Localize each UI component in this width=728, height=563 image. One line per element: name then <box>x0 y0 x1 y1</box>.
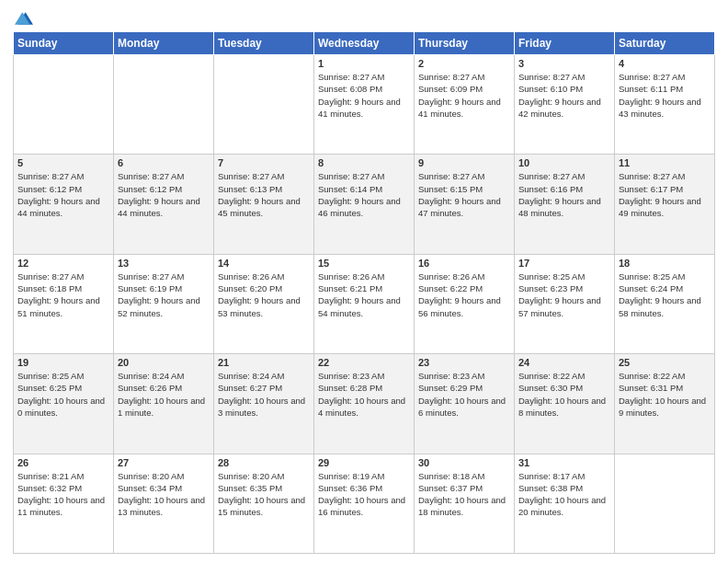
day-cell: 17Sunrise: 8:25 AM Sunset: 6:23 PM Dayli… <box>515 254 615 353</box>
day-info: Sunrise: 8:24 AM Sunset: 6:26 PM Dayligh… <box>118 370 210 419</box>
day-cell: 9Sunrise: 8:27 AM Sunset: 6:15 PM Daylig… <box>415 155 515 254</box>
calendar-header-row: SundayMondayTuesdayWednesdayThursdayFrid… <box>14 32 715 55</box>
day-cell: 8Sunrise: 8:27 AM Sunset: 6:14 PM Daylig… <box>314 155 415 254</box>
day-info: Sunrise: 8:27 AM Sunset: 6:17 PM Dayligh… <box>619 170 711 219</box>
day-info: Sunrise: 8:20 AM Sunset: 6:35 PM Dayligh… <box>218 470 310 519</box>
day-info: Sunrise: 8:26 AM Sunset: 6:22 PM Dayligh… <box>418 270 510 319</box>
day-cell: 30Sunrise: 8:18 AM Sunset: 6:37 PM Dayli… <box>415 454 515 553</box>
day-info: Sunrise: 8:23 AM Sunset: 6:28 PM Dayligh… <box>318 370 410 419</box>
day-number: 31 <box>518 457 610 468</box>
day-cell: 12Sunrise: 8:27 AM Sunset: 6:18 PM Dayli… <box>14 254 114 353</box>
day-number: 11 <box>619 157 711 168</box>
day-info: Sunrise: 8:27 AM Sunset: 6:09 PM Dayligh… <box>418 71 510 120</box>
logo-icon <box>15 9 33 28</box>
day-cell <box>114 55 214 155</box>
day-cell: 24Sunrise: 8:22 AM Sunset: 6:30 PM Dayli… <box>515 354 615 454</box>
day-number: 3 <box>518 58 610 69</box>
col-header-sunday: Sunday <box>14 32 114 55</box>
header <box>13 9 715 26</box>
logo <box>13 9 33 26</box>
day-cell: 10Sunrise: 8:27 AM Sunset: 6:16 PM Dayli… <box>515 155 615 254</box>
day-info: Sunrise: 8:26 AM Sunset: 6:20 PM Dayligh… <box>218 270 310 319</box>
day-cell: 19Sunrise: 8:25 AM Sunset: 6:25 PM Dayli… <box>14 354 114 454</box>
day-info: Sunrise: 8:18 AM Sunset: 6:37 PM Dayligh… <box>418 470 510 519</box>
day-number: 21 <box>218 357 310 368</box>
day-number: 24 <box>518 357 610 368</box>
day-number: 26 <box>17 457 109 468</box>
day-cell: 5Sunrise: 8:27 AM Sunset: 6:12 PM Daylig… <box>14 155 114 254</box>
day-info: Sunrise: 8:27 AM Sunset: 6:15 PM Dayligh… <box>418 170 510 219</box>
day-info: Sunrise: 8:25 AM Sunset: 6:24 PM Dayligh… <box>619 270 711 319</box>
day-info: Sunrise: 8:27 AM Sunset: 6:11 PM Dayligh… <box>619 71 711 120</box>
day-cell: 15Sunrise: 8:26 AM Sunset: 6:21 PM Dayli… <box>314 254 415 353</box>
day-number: 4 <box>619 58 711 69</box>
day-cell: 22Sunrise: 8:23 AM Sunset: 6:28 PM Dayli… <box>314 354 415 454</box>
day-number: 14 <box>218 258 310 269</box>
page: SundayMondayTuesdayWednesdayThursdayFrid… <box>0 0 728 563</box>
day-cell: 26Sunrise: 8:21 AM Sunset: 6:32 PM Dayli… <box>14 454 114 553</box>
day-cell <box>615 454 715 553</box>
col-header-saturday: Saturday <box>615 32 715 55</box>
day-cell: 23Sunrise: 8:23 AM Sunset: 6:29 PM Dayli… <box>415 354 515 454</box>
day-cell: 25Sunrise: 8:22 AM Sunset: 6:31 PM Dayli… <box>615 354 715 454</box>
day-number: 13 <box>118 258 210 269</box>
day-info: Sunrise: 8:27 AM Sunset: 6:16 PM Dayligh… <box>518 170 610 219</box>
day-info: Sunrise: 8:27 AM Sunset: 6:19 PM Dayligh… <box>118 270 210 319</box>
day-cell: 2Sunrise: 8:27 AM Sunset: 6:09 PM Daylig… <box>415 55 515 155</box>
day-cell: 13Sunrise: 8:27 AM Sunset: 6:19 PM Dayli… <box>114 254 214 353</box>
week-row-4: 19Sunrise: 8:25 AM Sunset: 6:25 PM Dayli… <box>14 354 715 454</box>
day-cell: 6Sunrise: 8:27 AM Sunset: 6:12 PM Daylig… <box>114 155 214 254</box>
col-header-wednesday: Wednesday <box>314 32 415 55</box>
day-number: 5 <box>17 157 109 168</box>
day-number: 7 <box>218 157 310 168</box>
day-number: 25 <box>619 357 711 368</box>
day-info: Sunrise: 8:27 AM Sunset: 6:18 PM Dayligh… <box>17 270 109 319</box>
day-cell: 21Sunrise: 8:24 AM Sunset: 6:27 PM Dayli… <box>214 354 314 454</box>
day-cell: 29Sunrise: 8:19 AM Sunset: 6:36 PM Dayli… <box>314 454 415 553</box>
week-row-3: 12Sunrise: 8:27 AM Sunset: 6:18 PM Dayli… <box>14 254 715 353</box>
day-cell: 4Sunrise: 8:27 AM Sunset: 6:11 PM Daylig… <box>615 55 715 155</box>
day-info: Sunrise: 8:27 AM Sunset: 6:13 PM Dayligh… <box>218 170 310 219</box>
day-cell: 7Sunrise: 8:27 AM Sunset: 6:13 PM Daylig… <box>214 155 314 254</box>
day-cell: 14Sunrise: 8:26 AM Sunset: 6:20 PM Dayli… <box>214 254 314 353</box>
day-number: 28 <box>218 457 310 468</box>
day-number: 22 <box>318 357 410 368</box>
day-info: Sunrise: 8:27 AM Sunset: 6:10 PM Dayligh… <box>518 71 610 120</box>
day-info: Sunrise: 8:25 AM Sunset: 6:23 PM Dayligh… <box>518 270 610 319</box>
day-number: 1 <box>318 58 410 69</box>
day-cell: 28Sunrise: 8:20 AM Sunset: 6:35 PM Dayli… <box>214 454 314 553</box>
day-cell <box>14 55 114 155</box>
day-cell <box>214 55 314 155</box>
day-cell: 3Sunrise: 8:27 AM Sunset: 6:10 PM Daylig… <box>515 55 615 155</box>
day-info: Sunrise: 8:22 AM Sunset: 6:31 PM Dayligh… <box>619 370 711 419</box>
col-header-friday: Friday <box>515 32 615 55</box>
day-number: 6 <box>118 157 210 168</box>
day-number: 8 <box>318 157 410 168</box>
day-number: 20 <box>118 357 210 368</box>
col-header-monday: Monday <box>114 32 214 55</box>
week-row-1: 1Sunrise: 8:27 AM Sunset: 6:08 PM Daylig… <box>14 55 715 155</box>
day-info: Sunrise: 8:26 AM Sunset: 6:21 PM Dayligh… <box>318 270 410 319</box>
day-number: 9 <box>418 157 510 168</box>
day-cell: 16Sunrise: 8:26 AM Sunset: 6:22 PM Dayli… <box>415 254 515 353</box>
day-info: Sunrise: 8:27 AM Sunset: 6:14 PM Dayligh… <box>318 170 410 219</box>
day-info: Sunrise: 8:17 AM Sunset: 6:38 PM Dayligh… <box>518 470 610 519</box>
day-number: 19 <box>17 357 109 368</box>
day-cell: 18Sunrise: 8:25 AM Sunset: 6:24 PM Dayli… <box>615 254 715 353</box>
day-number: 15 <box>318 258 410 269</box>
day-number: 12 <box>17 258 109 269</box>
calendar-table: SundayMondayTuesdayWednesdayThursdayFrid… <box>13 31 715 554</box>
day-cell: 1Sunrise: 8:27 AM Sunset: 6:08 PM Daylig… <box>314 55 415 155</box>
day-number: 18 <box>619 258 711 269</box>
day-cell: 31Sunrise: 8:17 AM Sunset: 6:38 PM Dayli… <box>515 454 615 553</box>
day-info: Sunrise: 8:20 AM Sunset: 6:34 PM Dayligh… <box>118 470 210 519</box>
col-header-tuesday: Tuesday <box>214 32 314 55</box>
col-header-thursday: Thursday <box>415 32 515 55</box>
day-info: Sunrise: 8:23 AM Sunset: 6:29 PM Dayligh… <box>418 370 510 419</box>
day-info: Sunrise: 8:24 AM Sunset: 6:27 PM Dayligh… <box>218 370 310 419</box>
day-number: 27 <box>118 457 210 468</box>
day-number: 23 <box>418 357 510 368</box>
week-row-2: 5Sunrise: 8:27 AM Sunset: 6:12 PM Daylig… <box>14 155 715 254</box>
day-number: 17 <box>518 258 610 269</box>
day-info: Sunrise: 8:27 AM Sunset: 6:12 PM Dayligh… <box>118 170 210 219</box>
